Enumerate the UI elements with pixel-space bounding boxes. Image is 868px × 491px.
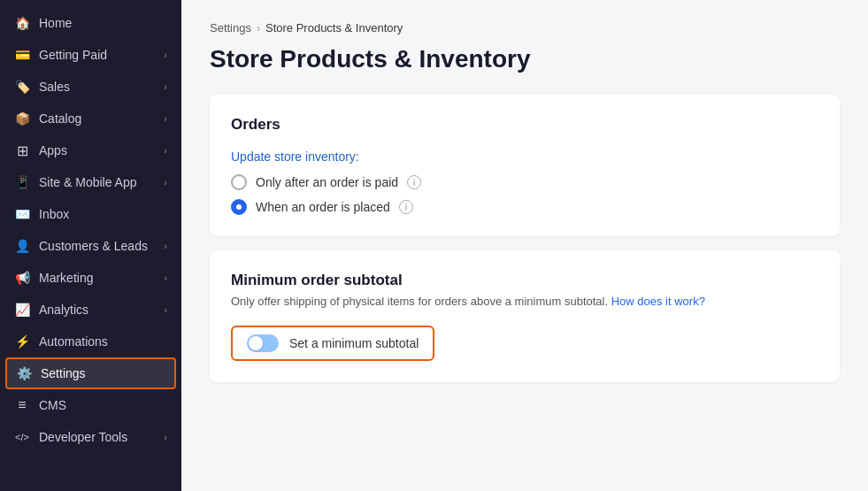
sidebar-item-inbox[interactable]: ✉️ Inbox <box>0 198 181 230</box>
radio-label-after-paid: Only after an order is paid <box>256 175 398 189</box>
home-icon: 🏠 <box>14 15 30 31</box>
sidebar-item-label: Sales <box>39 80 164 94</box>
settings-icon: ⚙️ <box>16 365 32 381</box>
inbox-icon: ✉️ <box>14 206 30 222</box>
sidebar-item-label: Site & Mobile App <box>39 175 164 189</box>
sidebar-item-label: Inbox <box>39 207 167 221</box>
chevron-right-icon: › <box>164 81 167 92</box>
sidebar-item-getting-paid[interactable]: 💳 Getting Paid › <box>0 39 181 71</box>
sidebar-item-label: Customers & Leads <box>39 239 164 253</box>
analytics-icon: 📈 <box>14 302 30 318</box>
sidebar-item-label: Catalog <box>39 111 164 126</box>
breadcrumb-current: Store Products & Inventory <box>265 21 403 35</box>
radio-group-inventory: Only after an order is paid i When an or… <box>231 174 818 215</box>
toggle-minimum-subtotal-row[interactable]: Set a minimum subtotal <box>231 326 434 361</box>
radio-label-when-placed: When an order is placed <box>256 200 390 214</box>
info-icon-when-placed[interactable]: i <box>399 200 413 214</box>
main-content: Settings › Store Products & Inventory St… <box>181 0 868 491</box>
sidebar-item-apps[interactable]: ⊞ Apps › <box>0 134 181 166</box>
info-icon-after-paid[interactable]: i <box>407 175 421 189</box>
minimum-order-card: Minimum order subtotal Only offer shippi… <box>210 250 840 382</box>
sidebar-item-sales[interactable]: 🏷️ Sales › <box>0 71 181 103</box>
how-does-it-work-link[interactable]: How does it work? <box>611 295 705 308</box>
sidebar-item-label: Apps <box>39 143 164 157</box>
sidebar-item-label: Marketing <box>39 271 164 285</box>
sidebar-item-label: Home <box>39 16 167 30</box>
sidebar-item-analytics[interactable]: 📈 Analytics › <box>0 294 181 326</box>
sidebar-item-marketing[interactable]: 📢 Marketing › <box>0 262 181 294</box>
min-order-title: Minimum order subtotal <box>231 272 818 289</box>
orders-card-title: Orders <box>231 116 818 134</box>
chevron-right-icon: › <box>164 272 167 283</box>
min-order-desc-text: Only offer shipping of physical items fo… <box>231 295 608 308</box>
orders-card: Orders Update store inventory: Only afte… <box>210 95 840 236</box>
min-order-desc: Only offer shipping of physical items fo… <box>231 295 818 308</box>
radio-item-after-paid[interactable]: Only after an order is paid i <box>231 174 818 190</box>
sidebar-item-cms[interactable]: ≡ CMS <box>0 389 181 421</box>
sidebar-item-label: Automations <box>39 334 167 349</box>
chevron-right-icon: › <box>164 113 167 124</box>
site-mobile-icon: 📱 <box>14 174 30 190</box>
sidebar-item-label: Getting Paid <box>39 48 164 62</box>
chevron-right-icon: › <box>164 432 167 442</box>
sidebar-item-label: CMS <box>39 398 167 412</box>
sidebar-item-customers-leads[interactable]: 👤 Customers & Leads › <box>0 230 181 262</box>
breadcrumb-parent-link[interactable]: Settings <box>210 21 251 35</box>
apps-icon: ⊞ <box>14 142 30 158</box>
chevron-right-icon: › <box>164 177 167 188</box>
sidebar-item-settings[interactable]: ⚙️ Settings <box>5 357 176 389</box>
sidebar-item-label: Settings <box>41 366 165 380</box>
chevron-right-icon: › <box>164 50 167 60</box>
sidebar-item-automations[interactable]: ⚡ Automations <box>0 326 181 357</box>
cms-icon: ≡ <box>14 397 30 413</box>
chevron-right-icon: › <box>164 241 167 251</box>
getting-paid-icon: 💳 <box>14 47 30 63</box>
sidebar-item-site-mobile-app[interactable]: 📱 Site & Mobile App › <box>0 166 181 198</box>
marketing-icon: 📢 <box>14 270 30 286</box>
page-title: Store Products & Inventory <box>210 45 840 73</box>
toggle-minimum-subtotal-label: Set a minimum subtotal <box>289 336 419 350</box>
chevron-right-icon: › <box>164 145 167 156</box>
radio-circle-after-paid <box>231 174 247 190</box>
customers-icon: 👤 <box>14 238 30 254</box>
breadcrumb: Settings › Store Products & Inventory <box>210 21 840 35</box>
update-inventory-label: Update store inventory: <box>231 150 818 164</box>
sidebar: 🏠 Home 💳 Getting Paid › 🏷️ Sales › 📦 Cat… <box>0 0 181 491</box>
radio-item-when-placed[interactable]: When an order is placed i <box>231 199 818 215</box>
sidebar-item-developer-tools[interactable]: </> Developer Tools › <box>0 421 181 453</box>
sidebar-item-label: Developer Tools <box>39 430 164 444</box>
sidebar-item-label: Analytics <box>39 303 164 317</box>
catalog-icon: 📦 <box>14 111 30 127</box>
toggle-minimum-subtotal-switch[interactable] <box>247 334 279 352</box>
sidebar-item-catalog[interactable]: 📦 Catalog › <box>0 103 181 134</box>
sales-icon: 🏷️ <box>14 79 30 95</box>
chevron-right-icon: › <box>164 304 167 315</box>
content-area: Settings › Store Products & Inventory St… <box>181 0 868 491</box>
breadcrumb-separator: › <box>257 22 260 35</box>
sidebar-item-home[interactable]: 🏠 Home <box>0 7 181 39</box>
radio-circle-when-placed <box>231 199 247 215</box>
developer-tools-icon: </> <box>14 429 30 445</box>
automations-icon: ⚡ <box>14 334 30 349</box>
